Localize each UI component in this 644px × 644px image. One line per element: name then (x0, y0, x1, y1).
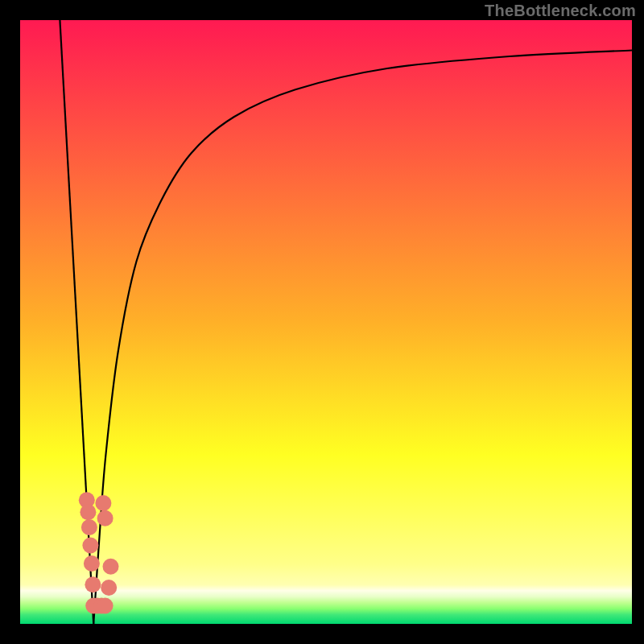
marker-dot (97, 598, 114, 614)
marker-dot (80, 504, 96, 520)
marker-dot (101, 580, 117, 596)
marker-dot (97, 510, 114, 526)
marker-dot (84, 555, 100, 572)
marker-dot (95, 495, 111, 511)
gradient-background (20, 20, 632, 624)
marker-dot (103, 559, 119, 575)
marker-dot (82, 538, 98, 554)
chart-svg (0, 0, 644, 644)
marker-dot (81, 519, 97, 535)
marker-dot (85, 576, 101, 592)
attribution-watermark: TheBottleneck.com (485, 2, 636, 20)
chart-frame: TheBottleneck.com (0, 0, 644, 644)
